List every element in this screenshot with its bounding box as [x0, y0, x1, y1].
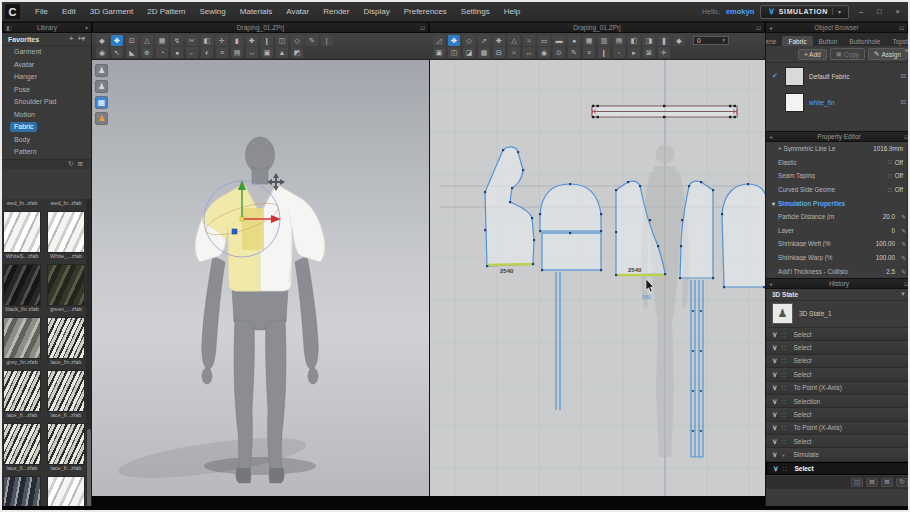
library-nav-item[interactable]: Body [2, 134, 91, 147]
history-item[interactable]: ∨ ∷ Selection [766, 395, 910, 408]
tool-icon[interactable]: ◇ [291, 35, 303, 46]
tool-icon[interactable]: ▭ [538, 35, 550, 46]
menu-item[interactable]: Help [497, 2, 527, 21]
2d-pattern-scene[interactable]: 2540 2540 580 [430, 60, 766, 496]
tool-icon[interactable]: ✛ [216, 35, 228, 46]
tool-icon[interactable]: ← [186, 47, 198, 58]
tool-icon[interactable]: ◆ [673, 35, 685, 46]
viewport3d-canvas[interactable]: ♟♟▦♟ [92, 60, 429, 496]
collapse-panel-icon[interactable]: ◂ [769, 133, 772, 140]
tool-icon[interactable]: ◐ [201, 47, 213, 58]
grading-size-select[interactable]: 0 ▾ [693, 36, 729, 45]
tool-icon[interactable]: ⊙ [553, 47, 565, 58]
library-scrollbar-track[interactable] [86, 199, 91, 512]
tool-icon[interactable]: ▤ [613, 35, 625, 46]
fabric-item[interactable]: lace_fi...zfab [3, 370, 41, 419]
tool-icon[interactable]: ◉ [538, 47, 550, 58]
collapse-panel-icon[interactable]: ◂ [769, 24, 772, 31]
checkbox-icon[interactable]: □ [888, 187, 892, 193]
chevron-down-icon[interactable]: ▾ [832, 8, 841, 15]
history-view-button[interactable]: ⊞ [866, 478, 878, 487]
tool-icon[interactable]: ≡ [216, 47, 228, 58]
tool-icon[interactable]: ≈ [508, 47, 520, 58]
history-item[interactable]: ∨ ∷ Select [766, 355, 910, 368]
history-item[interactable]: ∨ ∷ Select [766, 408, 910, 421]
grid-view-icon[interactable]: ⊞ [78, 160, 83, 168]
tool-icon[interactable]: ↗ [478, 35, 490, 46]
history-refresh-button[interactable]: ↻ [896, 478, 908, 487]
popout-icon[interactable]: ⊡ [420, 24, 425, 31]
app-logo-icon[interactable]: C [5, 4, 20, 19]
tool-icon[interactable]: △ [141, 35, 153, 46]
3d-scene[interactable] [92, 60, 429, 496]
tool-icon[interactable]: ▲ [276, 47, 288, 58]
tool-icon[interactable]: ⊕ [141, 47, 153, 58]
close-button[interactable]: × [892, 7, 904, 16]
account-username[interactable]: emokyn [726, 7, 754, 16]
display-toggle-icon[interactable]: ▦ [95, 96, 108, 109]
tool-icon[interactable]: ▩ [478, 47, 490, 58]
history-item[interactable]: ∨ ∷ To Point (X-Axis) [766, 382, 910, 395]
tool-icon[interactable]: ◔ [156, 47, 168, 58]
library-nav-item[interactable]: Motion [2, 109, 91, 122]
menu-item[interactable]: Render [316, 2, 356, 21]
edit-pencil-icon[interactable]: ✎ [898, 213, 906, 220]
object-browser-tab[interactable]: Topstitch [886, 36, 910, 46]
tool-icon[interactable]: ● [171, 47, 183, 58]
edit-pencil-icon[interactable]: ✎ [898, 227, 906, 234]
assign-fabric-button[interactable]: ✎ Assign [868, 48, 907, 60]
tab-scroll-arrows[interactable]: ◂▸ [904, 47, 910, 53]
fabric-item[interactable]: lace_fi...zfab [3, 423, 41, 472]
tool-icon[interactable]: ≡ [583, 47, 595, 58]
viewport2d-canvas[interactable]: 2540 2540 580 [429, 60, 765, 496]
gizmo-z-handle[interactable] [232, 229, 237, 234]
menu-item[interactable]: Settings [454, 2, 497, 21]
menu-item[interactable]: 3D Garment [83, 2, 141, 21]
edit-pencil-icon[interactable]: ✎ [898, 254, 906, 261]
checkbox-icon[interactable]: □ [888, 159, 892, 165]
tool-icon[interactable]: ▬ [553, 35, 565, 46]
history-item[interactable]: ∨ ∷ Select [766, 341, 910, 354]
popout-icon[interactable]: ⊡ [904, 280, 909, 287]
menu-item[interactable]: File [28, 2, 55, 21]
tool-icon[interactable]: ◧ [628, 35, 640, 46]
property-section-row[interactable]: ▾Simulation Properties [766, 196, 910, 210]
tool-icon[interactable]: ▣ [433, 47, 445, 58]
menu-item[interactable]: Edit [55, 2, 83, 21]
collapse-panel-icon[interactable]: ◂ [769, 280, 772, 287]
tool-icon[interactable]: ◫ [276, 35, 288, 46]
fabric-item[interactable]: lace_fi...zfab [47, 423, 85, 472]
pattern-piece[interactable] [542, 233, 601, 270]
library-nav-item[interactable]: Avatar [2, 59, 91, 72]
tool-icon[interactable]: △ [508, 35, 520, 46]
object-browser-tab[interactable]: Fabric [782, 36, 812, 46]
tool-icon[interactable]: ▥ [598, 35, 610, 46]
fabric-item[interactable]: wed_fn..zfab [3, 200, 41, 207]
menu-item[interactable]: Preferences [397, 2, 454, 21]
fabric-swatch[interactable] [785, 93, 804, 112]
history-item[interactable]: ∨ ∷ Select [766, 328, 910, 341]
history-item[interactable]: ∨ + Simulate [766, 448, 910, 461]
tool-icon[interactable]: ▦ [156, 35, 168, 46]
checkbox-icon[interactable]: □ [888, 173, 892, 179]
favorites-row[interactable]: Favorites + +▾ [2, 33, 91, 46]
tool-icon[interactable]: ● [568, 35, 580, 46]
tool-icon[interactable]: ▣ [261, 47, 273, 58]
minimize-button[interactable]: – [855, 7, 867, 16]
fabric-detail-icon[interactable]: ⊡ [901, 72, 906, 80]
tool-icon[interactable]: ↔ [523, 47, 535, 58]
fabric-item[interactable]: black_fin.zfab [3, 264, 41, 313]
menu-item[interactable]: Display [356, 2, 396, 21]
library-scrollbar-thumb[interactable] [87, 429, 91, 512]
edit-pencil-icon[interactable]: ✎ [898, 268, 906, 275]
collapse-panel-icon[interactable]: ◧ [6, 24, 12, 31]
tool-icon[interactable]: ◨ [643, 35, 655, 46]
add-favorite-menu-icon[interactable]: +▾ [77, 35, 85, 43]
tool-icon[interactable]: ◩ [291, 47, 303, 58]
tool-icon[interactable]: ▤ [231, 47, 243, 58]
tool-icon[interactable]: ↖ [111, 47, 123, 58]
menu-item[interactable]: Sewing [193, 2, 233, 21]
tool-icon[interactable]: ↔ [246, 47, 258, 58]
object-browser-tab[interactable]: Buttonhole [843, 36, 886, 46]
library-nav-item[interactable]: Garment [2, 46, 91, 59]
